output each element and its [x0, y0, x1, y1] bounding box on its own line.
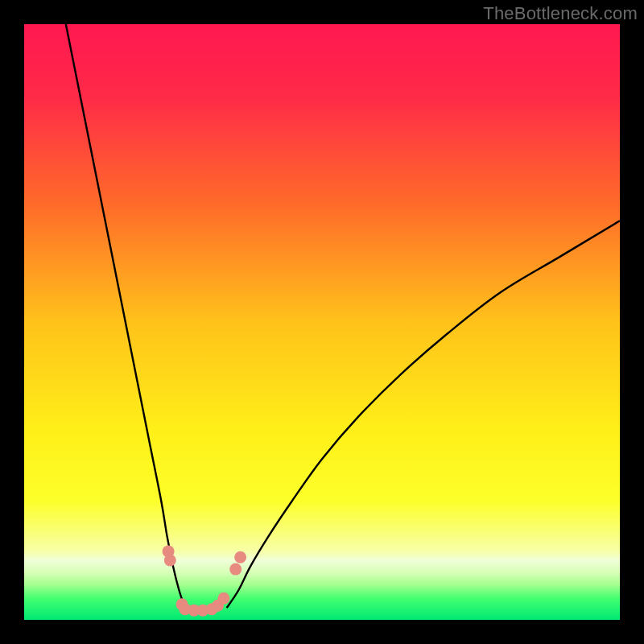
curves-layer	[24, 24, 620, 620]
data-marker	[229, 564, 242, 576]
plot-area	[24, 24, 620, 620]
data-marker	[217, 592, 229, 605]
curve-left	[66, 24, 185, 608]
data-marker	[164, 555, 176, 567]
curve-right	[227, 221, 620, 608]
data-marker	[234, 551, 246, 564]
data-markers	[163, 545, 247, 616]
watermark-text: TheBottleneck.com	[483, 3, 638, 24]
